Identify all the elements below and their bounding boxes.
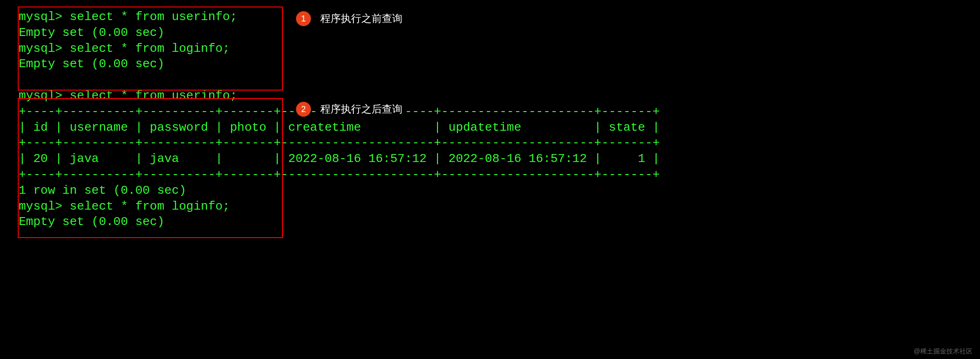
badge-number-icon: 1 — [296, 11, 311, 26]
annotation-before: 1 程序执行之前查询 — [296, 10, 406, 28]
table-row: | 20 | java | java | | 2022-08-16 16:57:… — [19, 151, 961, 167]
watermark-text: @稀土掘金技术社区 — [914, 347, 973, 355]
badge-number-icon: 2 — [296, 102, 311, 117]
table-border: +----+----------+----------+-------+----… — [19, 104, 961, 120]
query-result-line: 1 row in set (0.00 sec) — [19, 183, 961, 199]
terminal-output: mysql> select * from userinfo; Empty set… — [19, 9, 961, 230]
mysql-prompt-line: mysql> select * from loginfo; — [19, 199, 961, 215]
table-header: | id | username | password | photo | cre… — [19, 120, 961, 136]
mysql-prompt-line: mysql> select * from loginfo; — [19, 41, 961, 57]
annotation-label: 程序执行之前查询 — [317, 10, 406, 28]
table-border: +----+----------+----------+-------+----… — [19, 135, 961, 151]
query-result-line: Empty set (0.00 sec) — [19, 56, 961, 72]
table-border: +----+----------+----------+-------+----… — [19, 167, 961, 183]
mysql-prompt-line: mysql> select * from userinfo; — [19, 88, 961, 104]
blank-line — [19, 72, 961, 88]
annotation-after: 2 程序执行之后查询 — [296, 101, 406, 118]
query-result-line: Empty set (0.00 sec) — [19, 214, 961, 230]
annotation-label: 程序执行之后查询 — [317, 101, 406, 118]
mysql-prompt-line: mysql> select * from userinfo; — [19, 9, 961, 25]
query-result-line: Empty set (0.00 sec) — [19, 25, 961, 41]
